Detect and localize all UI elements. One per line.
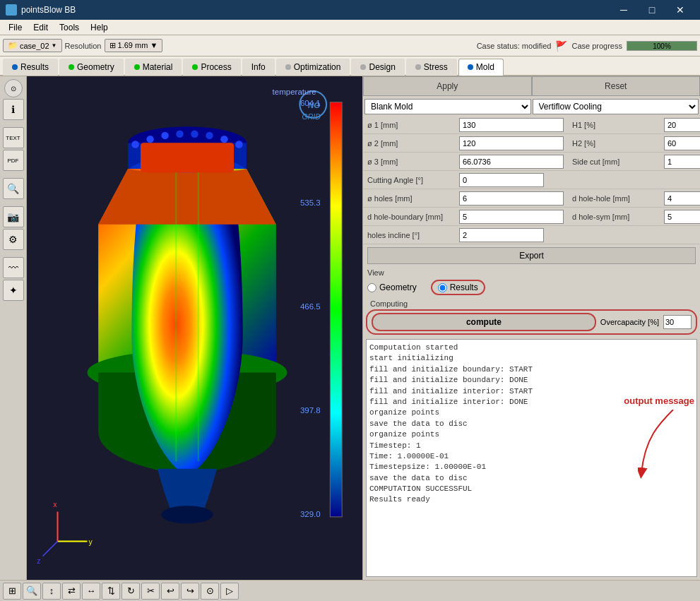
case-status-area: Case status: modified 🚩 Case progress 10…	[477, 40, 697, 52]
blank-mold-dropdown[interactable]: Blank Mold	[364, 99, 531, 114]
mesh-icon: ⊞	[109, 41, 116, 49]
svg-text:GRID: GRID	[302, 113, 321, 121]
tab-optimization[interactable]: Optimization	[276, 59, 350, 76]
menu-help[interactable]: Help	[85, 21, 114, 34]
computing-controls-row: compute Overcapacity [%]	[366, 309, 697, 335]
results-radio-label: Results	[450, 282, 478, 292]
bottom-pan-h-button[interactable]: ⇄	[62, 583, 81, 600]
menu-file[interactable]: File	[3, 21, 28, 34]
computing-label: Computing	[366, 298, 697, 309]
svg-rect-14	[141, 143, 234, 172]
bottom-reset-view-button[interactable]: ↻	[121, 583, 140, 600]
tab-mold[interactable]: Mold	[458, 59, 504, 76]
mesh-button[interactable]: ⊞ 1.69 mm ▼	[105, 39, 163, 52]
svg-text:temperature: temperature	[273, 88, 316, 96]
d-hole-sym-input[interactable]	[664, 210, 700, 224]
overcapacity-label: Overcapacity [%]	[600, 318, 659, 326]
cutting-angle-label: Cutting Angle [°]	[367, 176, 459, 184]
tab-info[interactable]: Info	[242, 59, 275, 76]
sidebar-settings-button[interactable]: ⚙	[3, 229, 24, 250]
h1-row: H1 [%]	[568, 116, 700, 134]
close-button[interactable]: ✕	[666, 0, 694, 20]
bottom-zoom-button[interactable]: 🔍	[23, 583, 41, 600]
svg-text:y: y	[89, 538, 93, 546]
tab-results[interactable]: Results	[3, 59, 58, 76]
menu-tools[interactable]: Tools	[54, 21, 85, 34]
bottom-fit-button[interactable]: ⊞	[3, 583, 21, 600]
holes-incline-input[interactable]	[459, 228, 544, 242]
results-radio-group[interactable]: Results	[431, 280, 485, 295]
apply-button[interactable]: Apply	[363, 76, 532, 96]
bottom-zoom-in-button[interactable]: ↕	[42, 583, 61, 600]
tab-design[interactable]: Design	[351, 59, 404, 76]
cutting-angle-input[interactable]	[459, 173, 544, 187]
svg-text:535.3: 535.3	[300, 198, 321, 207]
holes-incline-row: holes incline [°]	[363, 226, 700, 244]
geometry-radio[interactable]	[367, 283, 376, 292]
output-line-12: save the data to disc	[369, 473, 694, 484]
bottom-play-button[interactable]: ▷	[220, 583, 239, 600]
phi-holes-input[interactable]	[459, 191, 564, 206]
vertiflow-cooling-dropdown[interactable]: Vertiflow Cooling	[533, 99, 699, 114]
compute-button[interactable]: compute	[372, 313, 596, 331]
d-hole-hole-input[interactable]	[664, 191, 700, 206]
tab-geometry[interactable]: Geometry	[59, 59, 124, 76]
phi2-input[interactable]	[459, 136, 564, 150]
bottom-cut-button[interactable]: ✂	[141, 583, 160, 600]
case-label: case_02	[20, 42, 49, 50]
progress-bar: 100%	[627, 41, 697, 51]
tab-results-dot	[12, 64, 18, 70]
case-dropdown-button[interactable]: 📁 case_02 ▼	[3, 39, 62, 52]
h2-input[interactable]	[664, 136, 700, 150]
svg-point-8	[191, 131, 198, 138]
d-hole-boundary-input[interactable]	[459, 210, 564, 224]
bottom-redo-button[interactable]: ↪	[181, 583, 199, 600]
sidebar-home-icon[interactable]: ⊙	[4, 79, 23, 97]
sidebar-pdf-button[interactable]: PDF	[3, 150, 24, 171]
sidebar-camera-button[interactable]: 📷	[3, 206, 24, 227]
bottom-measure-button[interactable]: ⊙	[201, 583, 219, 600]
svg-point-5	[146, 136, 153, 143]
sidebar-info-button[interactable]: ℹ	[3, 99, 24, 120]
case-dropdown-arrow: ▼	[52, 42, 57, 49]
output-line-9: Timestep: 1	[369, 441, 694, 451]
sidebar-curve-button[interactable]: 〰	[3, 257, 24, 278]
bottom-undo-button[interactable]: ↩	[161, 583, 179, 600]
d-hole-hole-row: d hole-hole [mm]	[568, 189, 700, 208]
h1-input[interactable]	[664, 118, 700, 132]
case-icon: 📁	[8, 41, 18, 50]
menu-edit[interactable]: Edit	[28, 21, 54, 34]
d-hole-boundary-row: d hole-boundary [mm]	[363, 208, 568, 226]
tab-design-label: Design	[369, 62, 395, 72]
action-buttons-row: Apply Reset	[363, 76, 700, 97]
bottom-pan-v-button[interactable]: ↔	[82, 583, 100, 600]
phi3-input[interactable]	[459, 155, 564, 169]
side-cut-input[interactable]	[664, 155, 700, 169]
tab-material[interactable]: Material	[125, 59, 182, 76]
bottom-rotate-button[interactable]: ⇅	[102, 583, 120, 600]
tab-process[interactable]: Process	[183, 59, 240, 76]
dropdowns-row: Blank Mold Vertiflow Cooling	[363, 97, 700, 116]
viewport[interactable]: NO GRID temperature 604.1 535.3 466.5 39…	[27, 76, 362, 580]
progress-text: 100%	[627, 42, 696, 52]
output-line-6: organize points	[369, 407, 694, 418]
export-button[interactable]: Export	[367, 247, 696, 264]
menu-bar: File Edit Tools Help	[0, 20, 700, 35]
tab-stress[interactable]: Stress	[406, 59, 457, 76]
results-radio[interactable]	[438, 283, 447, 292]
case-status-text: Case status: modified	[477, 42, 552, 50]
svg-text:x: x	[53, 501, 57, 508]
svg-point-11	[235, 141, 242, 148]
side-cut-label: Side cut [mm]	[572, 157, 664, 166]
geometry-radio-group[interactable]: Geometry	[367, 282, 417, 292]
tab-mold-dot	[468, 64, 473, 70]
reset-button[interactable]: Reset	[532, 76, 701, 96]
minimize-button[interactable]: ─	[610, 0, 638, 20]
sidebar-transform-button[interactable]: ✦	[3, 280, 24, 301]
output-log[interactable]: Computation started start initializing f…	[366, 339, 697, 577]
sidebar-text-button[interactable]: TEXT	[3, 127, 24, 148]
phi1-input[interactable]	[459, 118, 564, 132]
overcapacity-input[interactable]	[663, 315, 692, 329]
sidebar-search-button[interactable]: 🔍	[3, 178, 24, 199]
maximize-button[interactable]: □	[638, 0, 666, 20]
